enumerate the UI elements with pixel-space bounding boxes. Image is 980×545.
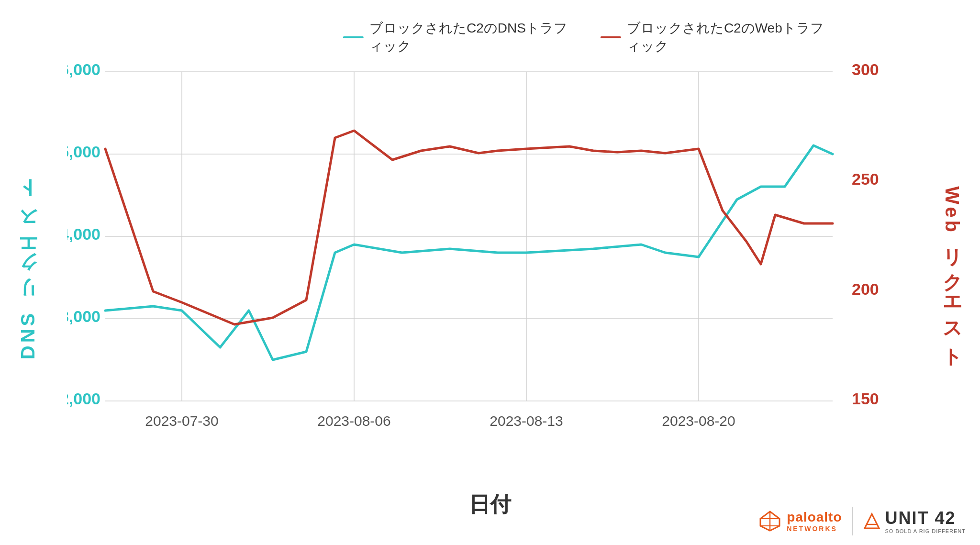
branding-area: paloalto NETWORKS UNIT 42 SO BOLD A RIG … [758,507,966,535]
svg-text:4,000: 4,000 [67,225,100,243]
svg-text:3,000: 3,000 [67,307,100,325]
unit42-trademark: SO BOLD A RIG DIFFERENT [885,528,966,534]
svg-text:2023-08-06: 2023-08-06 [317,413,390,429]
svg-text:2,000: 2,000 [67,389,100,408]
y-axis-right-label: Webリクエスト [939,186,966,359]
chart-svg: 6,000 5,000 4,000 3,000 2,000 300 250 20… [67,48,904,459]
svg-text:2023-08-20: 2023-08-20 [662,413,735,429]
paloalto-icon [758,509,782,533]
dns-line [105,145,833,360]
unit42-icon [862,512,881,531]
svg-text:6,000: 6,000 [67,60,100,78]
unit42-text: UNIT 42 [885,508,966,528]
svg-text:150: 150 [852,389,879,408]
svg-text:250: 250 [852,170,879,188]
y-axis-left-label: DNSリクエスト [14,186,41,359]
paloalto-networks-text: NETWORKS [787,525,842,533]
svg-text:5,000: 5,000 [67,143,100,161]
svg-text:300: 300 [852,60,879,78]
paloalto-logo: paloalto NETWORKS [758,509,842,533]
brand-divider [852,507,853,535]
x-axis-label: 日付 [469,490,511,519]
legend-web-line [601,36,621,38]
svg-text:2023-08-13: 2023-08-13 [490,413,563,429]
svg-text:200: 200 [852,280,879,298]
paloalto-text: paloalto [787,510,842,525]
chart-container: ブロックされたC2のDNSトラフィック ブロックされたC2のWebトラフィック … [0,0,980,545]
legend-dns-line [343,36,364,38]
web-line [105,131,833,324]
unit42-logo: UNIT 42 SO BOLD A RIG DIFFERENT [862,508,966,534]
svg-text:2023-07-30: 2023-07-30 [145,413,218,429]
